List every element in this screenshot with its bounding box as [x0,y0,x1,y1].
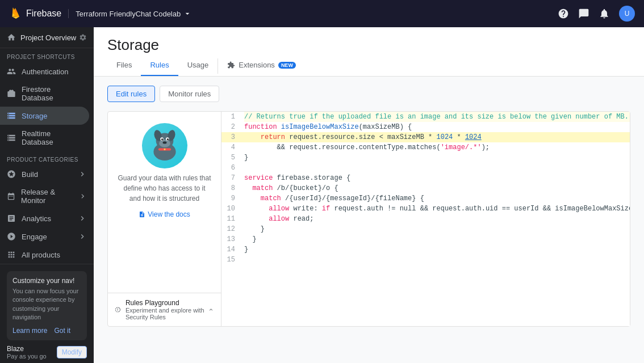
firebase-icon [9,7,23,20]
help-icon[interactable] [558,8,569,19]
avatar[interactable]: U [619,6,635,22]
code-editor[interactable]: 1 // Returns true if the uploaded file i… [221,112,630,326]
dog-illustration [142,123,187,168]
view-docs-link[interactable]: View the docs [108,210,221,225]
svg-point-8 [166,138,169,141]
page-title: Storage [107,32,630,56]
edit-rules-tab[interactable]: Edit rules [107,86,155,102]
view-docs-label: View the docs [148,210,190,218]
playground-text: Guard your data with rules that define w… [108,173,221,210]
code-line-10: 10 allow write: if request.auth != null … [221,204,630,214]
all-products-label: All products [22,251,60,259]
release-icon [7,192,15,201]
build-label: Build [22,170,38,179]
chevron-right4-icon [78,232,87,241]
blaze-plan: Blaze [7,345,47,353]
settings-icon[interactable] [79,33,87,41]
learn-more-link[interactable]: Learn more [12,327,47,335]
svg-rect-13 [164,149,165,150]
sidebar-group-analytics[interactable]: Analytics [0,209,94,227]
sidebar-bottom: Customize your nav! You can now focus yo… [0,264,94,363]
code-line-13: 13 } [221,234,630,244]
chat-icon[interactable] [578,8,589,19]
code-line-3: 3 return request.resource.size < maxSize… [221,132,630,142]
sidebar-item-all-products[interactable]: All products [0,246,94,264]
code-line-8: 8 match /b/{bucket}/o { [221,183,630,193]
firestore-icon [7,89,16,98]
blaze-bar: Blaze Pay as you go Modify [7,345,87,360]
storage-icon [7,111,16,120]
firebase-logo[interactable]: Firebase [9,7,61,20]
firestore-label: Firestore Database [22,85,82,102]
sidebar-item-realtime[interactable]: Realtime Database [0,125,89,151]
code-line-2: 2 function isImageBelowMaxSize(maxSizeMB… [221,122,630,132]
tabs: Files Rules Usage Extensions NEW [107,56,630,76]
home-icon [7,33,16,42]
project-overview-item[interactable]: Project Overview [0,27,94,48]
grid-icon [7,250,16,259]
release-monitor-label: Release & Monitor [21,188,78,205]
realtime-label: Realtime Database [22,129,82,146]
rules-playground: Guard your data with rules that define w… [108,112,221,326]
analytics-label: Analytics [22,214,51,223]
realtime-icon [7,133,16,142]
users-icon [7,67,16,76]
sidebar-item-storage[interactable]: Storage [0,107,89,125]
blaze-info: Blaze Pay as you go [7,345,47,360]
sidebar: Project Overview Project shortcuts Authe… [0,27,94,363]
code-line-1: 1 // Returns true if the uploaded file i… [221,112,630,122]
playground-illustration [108,112,221,173]
main-header: Storage Files Rules Usage Extensions NEW [94,27,644,77]
svg-point-11 [162,141,166,143]
code-line-14: 14 } [221,244,630,255]
project-shortcuts-label: Project shortcuts [0,48,94,62]
customize-box: Customize your nav! You can now focus yo… [7,271,87,340]
sidebar-item-firestore[interactable]: Firestore Database [0,81,89,107]
playground-footer[interactable]: Rules Playground Experiment and explore … [108,293,221,326]
main-content: Storage Files Rules Usage Extensions NEW [94,27,644,363]
code-line-6: 6 [221,163,630,173]
svg-point-10 [168,138,168,139]
playground-footer-title: Rules Playground [126,299,208,307]
code-line-15: 15 [221,255,630,265]
tab-usage[interactable]: Usage [178,56,218,76]
chevron-down-icon [183,9,192,18]
tab-extensions[interactable]: Extensions NEW [218,56,305,76]
layout: Project Overview Project shortcuts Authe… [0,27,644,363]
sidebar-group-release-monitor[interactable]: Release & Monitor [0,183,94,209]
content-area: Edit rules Monitor rules [94,77,644,363]
modify-button[interactable]: Modify [57,346,87,358]
code-line-4: 4 && request.resource.contentType.matche… [221,142,630,153]
topbar: Firebase Terraform FriendlyChat Codelab … [0,0,644,27]
got-it-link[interactable]: Got it [54,327,70,335]
project-name: Terraform FriendlyChat Codelab [76,10,181,18]
authentication-label: Authentication [22,67,68,76]
topbar-left: Firebase Terraform FriendlyChat Codelab [9,7,192,20]
sidebar-group-build[interactable]: Build [0,165,94,183]
analytics-icon [7,214,16,223]
doc-icon [139,211,145,218]
notification-icon[interactable] [599,8,610,19]
monitor-rules-tab[interactable]: Monitor rules [160,86,219,102]
collapse-icon [208,305,214,314]
project-selector[interactable]: Terraform FriendlyChat Codelab [68,9,192,18]
firebase-label: Firebase [26,9,61,19]
tab-files[interactable]: Files [107,56,141,76]
sidebar-item-authentication[interactable]: Authentication [0,62,89,81]
tab-rules[interactable]: Rules [141,56,178,76]
svg-point-9 [162,138,162,139]
code-line-7: 7 service firebase.storage { [221,173,630,183]
build-icon [7,170,16,179]
blaze-sub: Pay as you go [7,353,47,360]
chevron-right2-icon [78,192,87,201]
sidebar-group-engage[interactable]: Engage [0,227,94,246]
project-overview-label: Project Overview [20,33,76,42]
chevron-right-icon [78,170,87,179]
new-badge: NEW [278,62,296,69]
topbar-right: U [558,6,635,22]
engage-icon [7,232,16,241]
code-line-9: 9 match /{userId}/{messageId}/{fileName}… [221,193,630,204]
customize-text: You can now focus your console experienc… [12,287,81,322]
sub-tabs: Edit rules Monitor rules [107,86,630,102]
extensions-icon [227,61,235,69]
